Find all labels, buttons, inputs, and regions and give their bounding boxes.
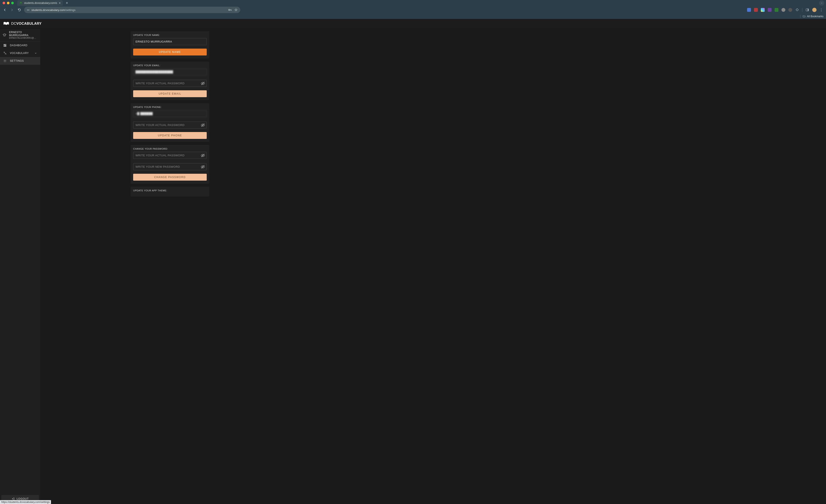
name-input[interactable] bbox=[133, 38, 207, 45]
update-email-button[interactable]: UPDATE EMAIL bbox=[133, 90, 207, 97]
bookmark-star-icon[interactable] bbox=[234, 8, 238, 12]
logo-text: DCVOCABULARY bbox=[11, 22, 42, 25]
forward-button[interactable] bbox=[9, 7, 15, 12]
new-password-input[interactable] bbox=[133, 163, 207, 170]
extension-icon[interactable] bbox=[754, 8, 758, 12]
bookmarks-bar: All Bookmarks bbox=[0, 14, 826, 19]
sidebar-item-label: SETTINGS bbox=[10, 59, 24, 62]
extension-icon[interactable] bbox=[781, 8, 785, 12]
extension-icon[interactable] bbox=[761, 8, 765, 12]
settings-content: UPDATE YOUR NAME: UPDATE NAME UPDATE YOU… bbox=[40, 28, 826, 504]
all-bookmarks-button[interactable]: All Bookmarks bbox=[803, 15, 823, 18]
phone-password-input[interactable] bbox=[133, 122, 207, 129]
svg-rect-6 bbox=[808, 9, 809, 11]
svg-rect-2 bbox=[27, 10, 28, 10]
profile-avatar-button[interactable] bbox=[812, 8, 817, 12]
app-body: ERNESTO MURRUGARRA ERNESTALEXMURRU@GMAIL… bbox=[0, 28, 826, 504]
address-bar[interactable]: students.dcvocabulary.com/settings bbox=[24, 7, 240, 13]
back-button[interactable] bbox=[2, 7, 7, 12]
user-name: ERNESTO MURRUGARRA bbox=[9, 31, 38, 37]
chrome-menu-button[interactable]: ⋮ bbox=[820, 8, 823, 12]
app-logo[interactable]: DCVOCABULARY bbox=[3, 21, 42, 26]
book-icon bbox=[3, 21, 9, 26]
card-update-phone: UPDATE YOUR PHONE: UPDATE PHONE bbox=[130, 103, 209, 142]
sidebar-item-dashboard[interactable]: DASHBOARD bbox=[0, 42, 40, 49]
svg-rect-10 bbox=[4, 46, 5, 47]
separator bbox=[800, 15, 801, 18]
window-controls bbox=[2, 2, 14, 4]
all-bookmarks-label: All Bookmarks bbox=[807, 15, 823, 18]
sidebar-item-settings[interactable]: SETTINGS bbox=[0, 57, 40, 65]
folder-icon bbox=[803, 15, 806, 18]
email-input[interactable] bbox=[133, 68, 207, 75]
sidebar-item-label: DASHBOARD bbox=[10, 44, 27, 47]
app-header: DCVOCABULARY bbox=[0, 19, 826, 28]
extensions-menu-button[interactable] bbox=[795, 8, 799, 12]
dashboard-icon bbox=[3, 44, 7, 47]
tab-close-button[interactable]: × bbox=[59, 1, 61, 4]
sidebar-item-vocabulary[interactable]: VOCABULARY bbox=[0, 49, 40, 57]
graduate-icon bbox=[3, 33, 6, 37]
window-fullscreen-button[interactable] bbox=[11, 2, 14, 4]
toolbar-row: students.dcvocabulary.com/settings bbox=[0, 6, 826, 14]
visibility-toggle-icon[interactable] bbox=[201, 153, 205, 158]
status-bar: https://students.dcvocabulary.com/settin… bbox=[0, 500, 51, 504]
sidebar-item-label: VOCABULARY bbox=[10, 52, 29, 55]
user-email: ERNESTALEXMURRU@GMAIL.COM bbox=[9, 37, 38, 39]
extension-icon[interactable] bbox=[768, 8, 772, 12]
app-root: DCVOCABULARY ERNESTO MURRUGARRA ERNESTAL… bbox=[0, 19, 826, 504]
chevron-down-icon bbox=[34, 52, 37, 55]
site-info-button[interactable] bbox=[27, 8, 30, 11]
change-password-button[interactable]: CHANGE PASSWORD bbox=[133, 174, 207, 181]
tab-favicon-icon bbox=[19, 1, 22, 4]
card-title: UPDATE YOUR PHONE: bbox=[133, 106, 207, 108]
gear-icon bbox=[3, 59, 7, 63]
sidebar: ERNESTO MURRUGARRA ERNESTALEXMURRU@GMAIL… bbox=[0, 28, 40, 504]
browser-tab[interactable]: students.dcvocabulary.com/s × bbox=[17, 0, 63, 6]
card-update-theme: UPDATE YOUR APP THEME: bbox=[130, 187, 209, 196]
tab-title: students.dcvocabulary.com/s bbox=[24, 1, 57, 4]
visibility-toggle-icon[interactable] bbox=[201, 81, 205, 85]
logout-label: LOGOUT bbox=[16, 497, 29, 500]
extensions-row: ⋮ bbox=[747, 8, 824, 12]
card-update-email: UPDATE YOUR EMAIL: UPDATE EMAIL bbox=[130, 62, 209, 100]
reload-button[interactable] bbox=[17, 7, 22, 12]
email-password-input[interactable] bbox=[133, 80, 207, 87]
svg-rect-8 bbox=[5, 44, 6, 45]
visibility-toggle-icon[interactable] bbox=[201, 123, 205, 127]
window-close-button[interactable] bbox=[3, 2, 5, 4]
side-panel-button[interactable] bbox=[805, 8, 809, 12]
card-title: UPDATE YOUR APP THEME: bbox=[133, 189, 207, 192]
extension-icon[interactable] bbox=[788, 8, 792, 12]
card-update-name: UPDATE YOUR NAME: UPDATE NAME bbox=[130, 31, 209, 59]
browser-chrome: students.dcvocabulary.com/s × + students… bbox=[0, 0, 826, 19]
svg-point-4 bbox=[229, 9, 230, 10]
password-key-icon[interactable] bbox=[228, 8, 232, 11]
sidebar-user[interactable]: ERNESTO MURRUGARRA ERNESTALEXMURRU@GMAIL… bbox=[0, 28, 40, 42]
extension-icon[interactable] bbox=[747, 8, 751, 12]
svg-rect-0 bbox=[27, 10, 28, 10]
card-title: CHANGE YOUR PASSWORD: bbox=[133, 147, 207, 150]
address-url: students.dcvocabulary.com/settings bbox=[32, 8, 75, 12]
tabs-dropdown-button[interactable] bbox=[819, 0, 824, 6]
card-change-password: CHANGE YOUR PASSWORD: CHANGE PASSWORD bbox=[130, 145, 209, 184]
tab-row: students.dcvocabulary.com/s × + bbox=[0, 0, 826, 6]
current-password-input[interactable] bbox=[133, 152, 207, 159]
card-title: UPDATE YOUR EMAIL: bbox=[133, 64, 207, 67]
phone-input[interactable] bbox=[133, 110, 207, 117]
svg-rect-7 bbox=[4, 44, 5, 45]
translate-icon bbox=[3, 51, 7, 55]
new-tab-button[interactable]: + bbox=[66, 1, 68, 5]
svg-rect-9 bbox=[5, 45, 6, 47]
update-name-button[interactable]: UPDATE NAME bbox=[133, 49, 207, 56]
svg-point-11 bbox=[4, 60, 5, 61]
visibility-toggle-icon[interactable] bbox=[201, 165, 205, 169]
card-title: UPDATE YOUR NAME: bbox=[133, 34, 207, 36]
update-phone-button[interactable]: UPDATE PHONE bbox=[133, 132, 207, 139]
svg-rect-3 bbox=[28, 10, 30, 10]
extension-icon[interactable] bbox=[775, 8, 778, 12]
svg-rect-1 bbox=[28, 10, 30, 10]
window-minimize-button[interactable] bbox=[7, 2, 9, 4]
